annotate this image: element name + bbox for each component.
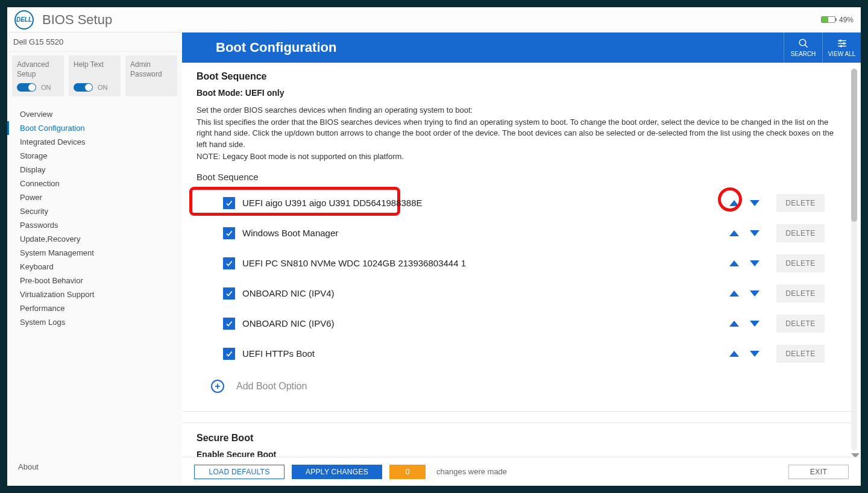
scrollbar[interactable] xyxy=(851,69,857,451)
move-down-icon[interactable] xyxy=(750,290,760,297)
bios-window: DELL BIOS Setup 49% Dell G15 5520 Advanc… xyxy=(7,7,861,486)
boot-sequence-heading: Boot Sequence xyxy=(197,71,837,82)
svg-line-1 xyxy=(805,45,808,48)
svg-point-7 xyxy=(840,45,842,47)
boot-item-label: UEFI PC SN810 NVMe WDC 1024GB 2139368034… xyxy=(242,258,466,268)
changes-text: changes were made xyxy=(436,467,507,476)
svg-point-5 xyxy=(839,40,841,42)
svg-point-0 xyxy=(799,39,806,46)
add-boot-label: Add Boot Option xyxy=(236,381,307,392)
boot-list: UEFI aigo U391 aigo U391 DD5641988388E D… xyxy=(197,188,837,369)
add-boot-option[interactable]: + Add Boot Option xyxy=(197,369,837,399)
chevron-down-icon[interactable] xyxy=(851,453,860,457)
tile-admin-password[interactable]: Admin Password xyxy=(125,55,177,96)
boot-item-label: ONBOARD NIC (IPV4) xyxy=(242,288,335,298)
page-title: Boot Configuration xyxy=(182,40,336,55)
sidebar-nav: Overview Boot Configuration Integrated D… xyxy=(7,102,182,329)
boot-row: Windows Boot Manager DELETE xyxy=(223,218,825,248)
changes-count-badge: 0 xyxy=(389,465,426,479)
sidebar-item-integrated-devices[interactable]: Integrated Devices xyxy=(7,135,182,149)
move-up-icon[interactable] xyxy=(729,290,739,297)
boot-desc-note: NOTE: Legacy Boot mode is not supported … xyxy=(197,151,837,162)
boot-row: ONBOARD NIC (IPV4) DELETE xyxy=(223,278,825,309)
move-up-icon[interactable] xyxy=(729,230,739,236)
sidebar-item-pre-boot-behavior[interactable]: Pre-boot Behavior xyxy=(7,274,182,287)
sidebar-item-passwords[interactable]: Passwords xyxy=(7,218,182,232)
tile-label: Help Text xyxy=(74,60,116,70)
content-area[interactable]: Boot Sequence Boot Mode: UEFI only Set t… xyxy=(182,63,861,457)
battery-icon xyxy=(821,16,835,23)
model-label: Dell G15 5520 xyxy=(7,33,182,52)
move-down-icon[interactable] xyxy=(750,200,760,206)
boot-mode-label: Boot Mode: UEFI only xyxy=(197,88,837,98)
svg-point-6 xyxy=(843,43,844,45)
sidebar-item-update-recovery[interactable]: Update,Recovery xyxy=(7,232,182,246)
boot-item-label: ONBOARD NIC (IPV6) xyxy=(242,318,335,328)
sidebar-item-performance[interactable]: Performance xyxy=(7,301,182,315)
about-link[interactable]: About xyxy=(18,462,39,471)
move-up-icon[interactable] xyxy=(729,321,739,327)
boot-item-label: UEFI aigo U391 aigo U391 DD5641988388E xyxy=(242,198,423,208)
sidebar-item-system-management[interactable]: System Management xyxy=(7,246,182,260)
sidebar-item-boot-configuration[interactable]: Boot Configuration xyxy=(7,121,182,135)
tile-label: Admin Password xyxy=(130,60,172,79)
tile-help-text[interactable]: Help Text ON xyxy=(69,55,121,96)
plus-circle-icon: + xyxy=(211,380,224,393)
enable-secure-boot-label: Enable Secure Boot xyxy=(197,450,837,457)
checkbox[interactable] xyxy=(223,257,235,269)
section-divider xyxy=(182,411,851,423)
battery-indicator: 49% xyxy=(821,16,854,24)
delete-button[interactable]: DELETE xyxy=(776,315,825,333)
app-title: BIOS Setup xyxy=(42,12,112,28)
boot-desc-2: This list specifies the order that the B… xyxy=(197,117,837,150)
sidebar-item-connection[interactable]: Connection xyxy=(7,177,182,190)
boot-row: ONBOARD NIC (IPV6) DELETE xyxy=(223,309,825,339)
move-up-icon[interactable] xyxy=(729,351,739,357)
delete-button[interactable]: DELETE xyxy=(776,284,825,303)
scrollbar-thumb[interactable] xyxy=(851,69,857,222)
move-down-icon[interactable] xyxy=(750,321,760,327)
sidebar-item-virtualization-support[interactable]: Virtualization Support xyxy=(7,287,182,301)
tile-label: Advanced Setup xyxy=(17,60,59,79)
boot-row: UEFI aigo U391 aigo U391 DD5641988388E D… xyxy=(223,188,825,218)
sidebar-item-overview[interactable]: Overview xyxy=(7,107,182,121)
delete-button[interactable]: DELETE xyxy=(776,224,825,242)
boot-item-label: UEFI HTTPs Boot xyxy=(242,348,315,359)
delete-button[interactable]: DELETE xyxy=(776,254,825,272)
sidebar-item-keyboard[interactable]: Keyboard xyxy=(7,260,182,274)
checkbox[interactable] xyxy=(223,348,235,360)
dell-logo-icon: DELL xyxy=(14,10,34,30)
checkbox[interactable] xyxy=(223,197,235,209)
move-down-icon[interactable] xyxy=(750,351,760,357)
sidebar-item-storage[interactable]: Storage xyxy=(7,149,182,163)
delete-button[interactable]: DELETE xyxy=(776,345,825,363)
search-button[interactable]: SEARCH xyxy=(784,33,822,63)
boot-row: UEFI HTTPs Boot DELETE xyxy=(223,339,825,369)
view-all-button[interactable]: VIEW ALL xyxy=(822,33,861,63)
battery-percent: 49% xyxy=(839,16,854,24)
move-down-icon[interactable] xyxy=(750,230,760,236)
exit-button[interactable]: EXIT xyxy=(788,465,849,479)
delete-button[interactable]: DELETE xyxy=(776,194,825,212)
apply-changes-button[interactable]: APPLY CHANGES xyxy=(292,465,382,479)
checkbox[interactable] xyxy=(223,287,235,300)
search-icon xyxy=(798,38,809,49)
sidebar-item-display[interactable]: Display xyxy=(7,163,182,177)
load-defaults-button[interactable]: LOAD DEFAULTS xyxy=(194,465,285,479)
checkbox[interactable] xyxy=(223,318,235,330)
footer-bar: LOAD DEFAULTS APPLY CHANGES 0 changes we… xyxy=(182,457,861,486)
toggle-icon[interactable] xyxy=(17,83,36,92)
sidebar-item-security[interactable]: Security xyxy=(7,204,182,218)
move-up-icon[interactable] xyxy=(729,260,739,266)
toggle-icon[interactable] xyxy=(74,83,93,92)
sidebar-item-system-logs[interactable]: System Logs xyxy=(7,315,182,329)
boot-desc-1: Set the order BIOS searches devices when… xyxy=(197,105,837,116)
sidebar-item-power[interactable]: Power xyxy=(7,190,182,204)
move-down-icon[interactable] xyxy=(750,260,760,266)
tile-advanced-setup[interactable]: Advanced Setup ON xyxy=(12,55,64,96)
checkbox[interactable] xyxy=(223,227,235,239)
boot-sequence-list-label: Boot Sequence xyxy=(197,172,837,182)
boot-item-label: Windows Boot Manager xyxy=(242,228,338,238)
top-bar: DELL BIOS Setup 49% xyxy=(7,7,861,33)
page-header: Boot Configuration SEARCH VIEW ALL xyxy=(182,33,861,63)
